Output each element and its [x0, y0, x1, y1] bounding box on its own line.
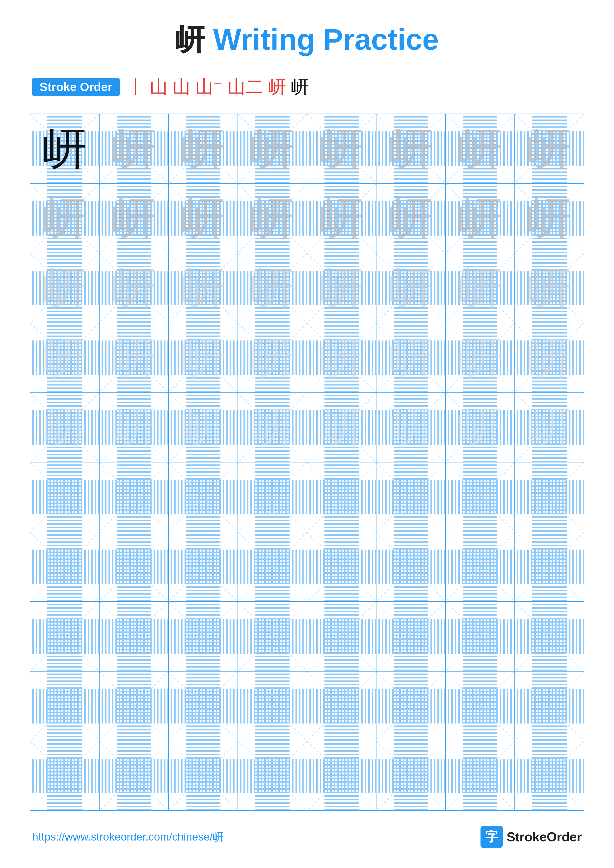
grid-cell-6-3[interactable] [169, 462, 238, 532]
grid-cell-6-6[interactable] [376, 462, 446, 532]
svg-line-99 [99, 532, 168, 601]
grid-cell-1-7[interactable]: 岍 [446, 114, 515, 183]
svg-line-88 [307, 462, 376, 532]
grid-cell-9-6[interactable] [376, 671, 446, 741]
grid-cell-7-7[interactable] [446, 532, 515, 601]
grid-cell-2-7[interactable]: 岍 [446, 184, 515, 253]
grid-cell-8-8[interactable] [515, 602, 584, 671]
grid-cell-4-1[interactable]: 岍 [30, 323, 99, 392]
grid-cell-5-5[interactable]: 岍 [307, 393, 377, 462]
svg-line-107 [376, 532, 445, 601]
grid-cell-8-5[interactable] [307, 602, 377, 671]
grid-cell-3-3[interactable]: 岍 [169, 253, 238, 322]
grid-cell-2-5[interactable]: 岍 [307, 184, 377, 253]
grid-cell-7-5[interactable] [307, 532, 377, 601]
svg-line-105 [307, 532, 376, 601]
grid-cell-9-8[interactable] [515, 671, 584, 741]
grid-cell-10-7[interactable] [446, 741, 515, 811]
grid-cell-6-4[interactable] [238, 462, 307, 532]
grid-cell-4-2[interactable]: 岍 [99, 323, 169, 392]
grid-cell-2-6[interactable]: 岍 [376, 184, 446, 253]
grid-cell-2-4[interactable]: 岍 [238, 184, 307, 253]
grid-cell-2-3[interactable]: 岍 [169, 184, 238, 253]
grid-cell-9-4[interactable] [238, 671, 307, 741]
svg-line-114 [99, 602, 168, 671]
svg-line-129 [30, 671, 99, 741]
grid-cell-2-1[interactable]: 岍 [30, 184, 99, 253]
grid-cell-9-3[interactable] [169, 671, 238, 741]
grid-cell-10-3[interactable] [169, 741, 238, 811]
grid-cell-2-8[interactable]: 岍 [515, 184, 584, 253]
grid-cell-6-1[interactable] [30, 462, 99, 532]
grid-cell-10-6[interactable] [376, 741, 446, 811]
grid-cell-7-3[interactable] [169, 532, 238, 601]
grid-cell-6-8[interactable] [515, 462, 584, 532]
grid-cell-10-5[interactable] [307, 741, 377, 811]
stroke-step-2: 山 [150, 75, 168, 99]
grid-cell-4-3[interactable]: 岍 [169, 323, 238, 392]
grid-cell-4-8[interactable]: 岍 [515, 323, 584, 392]
grid-cell-7-4[interactable] [238, 532, 307, 601]
grid-cell-6-7[interactable] [446, 462, 515, 532]
grid-cell-1-5[interactable]: 岍 [307, 114, 377, 183]
grid-cell-1-2[interactable]: 岍 [99, 114, 169, 183]
practice-char: 岍 [319, 405, 364, 450]
footer-logo-icon: 字 [480, 826, 503, 848]
grid-cell-1-4[interactable]: 岍 [238, 114, 307, 183]
grid-cell-4-7[interactable]: 岍 [446, 323, 515, 392]
grid-cell-4-6[interactable]: 岍 [376, 323, 446, 392]
footer-logo-char: 字 [485, 828, 498, 845]
grid-cell-9-1[interactable] [30, 671, 99, 741]
grid-cell-3-8[interactable]: 岍 [515, 253, 584, 322]
grid-cell-8-2[interactable] [99, 602, 169, 671]
grid-cell-7-6[interactable] [376, 532, 446, 601]
svg-line-82 [99, 462, 168, 532]
grid-cell-1-3[interactable]: 岍 [169, 114, 238, 183]
grid-cell-2-2[interactable]: 岍 [99, 184, 169, 253]
grid-cell-8-4[interactable] [238, 602, 307, 671]
grid-cell-7-8[interactable] [515, 532, 584, 601]
footer-url[interactable]: https://www.strokeorder.com/chinese/岍 [32, 830, 224, 844]
svg-line-131 [99, 671, 168, 741]
grid-cell-5-1[interactable]: 岍 [30, 393, 99, 462]
grid-cell-5-7[interactable]: 岍 [446, 393, 515, 462]
practice-char: 岍 [458, 266, 502, 310]
grid-cell-5-3[interactable]: 岍 [169, 393, 238, 462]
grid-row-5: 岍 岍 岍 岍 岍 岍 岍 岍 [30, 393, 584, 463]
grid-cell-4-4[interactable]: 岍 [238, 323, 307, 392]
grid-cell-10-4[interactable] [238, 741, 307, 811]
svg-line-100 [169, 532, 238, 601]
grid-cell-3-6[interactable]: 岍 [376, 253, 446, 322]
grid-cell-10-8[interactable] [515, 741, 584, 811]
stroke-steps: 丨 山 山 山⁻ 山⼆ 岍 岍 [127, 75, 309, 99]
grid-cell-9-2[interactable] [99, 671, 169, 741]
grid-cell-3-2[interactable]: 岍 [99, 253, 169, 322]
grid-cell-10-2[interactable] [99, 741, 169, 811]
grid-cell-7-2[interactable] [99, 532, 169, 601]
grid-cell-8-7[interactable] [446, 602, 515, 671]
grid-cell-7-1[interactable] [30, 532, 99, 601]
practice-char: 岍 [250, 196, 295, 240]
grid-cell-5-2[interactable]: 岍 [99, 393, 169, 462]
grid-cell-8-6[interactable] [376, 602, 446, 671]
grid-cell-3-4[interactable]: 岍 [238, 253, 307, 322]
grid-cell-5-4[interactable]: 岍 [238, 393, 307, 462]
grid-cell-6-5[interactable] [307, 462, 377, 532]
grid-cell-10-1[interactable] [30, 741, 99, 811]
grid-cell-3-7[interactable]: 岍 [446, 253, 515, 322]
grid-cell-1-8[interactable]: 岍 [515, 114, 584, 183]
grid-cell-5-8[interactable]: 岍 [515, 393, 584, 462]
grid-cell-3-5[interactable]: 岍 [307, 253, 377, 322]
grid-cell-5-6[interactable]: 岍 [376, 393, 446, 462]
grid-cell-4-5[interactable]: 岍 [307, 323, 377, 392]
grid-cell-8-3[interactable] [169, 602, 238, 671]
grid-cell-6-2[interactable] [99, 462, 169, 532]
grid-cell-3-1[interactable]: 岍 [30, 253, 99, 322]
svg-line-84 [169, 462, 238, 532]
grid-cell-8-1[interactable] [30, 602, 99, 671]
grid-cell-9-5[interactable] [307, 671, 377, 741]
grid-cell-1-6[interactable]: 岍 [376, 114, 446, 183]
svg-line-151 [238, 741, 307, 811]
grid-cell-9-7[interactable] [446, 671, 515, 741]
grid-cell-1-1[interactable]: 岍 [30, 114, 99, 183]
